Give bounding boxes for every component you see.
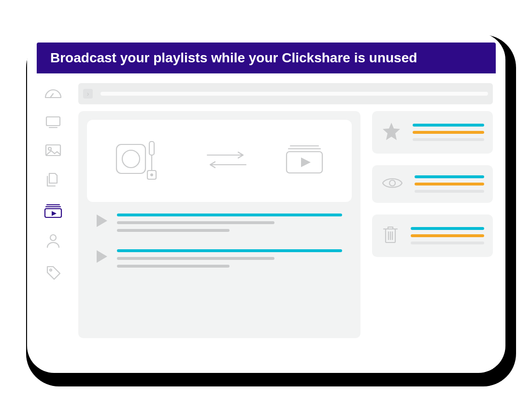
breadcrumb-bar[interactable]: › [78, 83, 493, 104]
line-placeholder [415, 175, 484, 178]
main-area: › [78, 83, 493, 351]
star-icon [381, 121, 402, 144]
line-placeholder [413, 138, 484, 141]
card-meta [413, 124, 484, 141]
sidebar-item-users[interactable] [45, 233, 61, 249]
user-icon [45, 233, 61, 249]
gauge-icon [43, 87, 63, 100]
line-placeholder [117, 257, 274, 260]
card-meta [415, 175, 484, 193]
line-placeholder [117, 221, 274, 224]
playlist-meta [117, 249, 342, 268]
line-placeholder [411, 234, 484, 237]
monitor-icon [43, 115, 63, 128]
sidebar [40, 83, 67, 351]
svg-rect-11 [149, 142, 154, 155]
trash-icon [381, 224, 400, 247]
svg-point-7 [50, 235, 56, 241]
line-placeholder [415, 183, 484, 185]
play-icon [97, 250, 107, 263]
line-placeholder [117, 229, 230, 232]
playlist-row[interactable] [97, 214, 342, 232]
address-placeholder [101, 92, 488, 96]
sidebar-item-files[interactable] [44, 172, 62, 188]
svg-rect-0 [46, 117, 60, 126]
line-placeholder [117, 214, 342, 216]
line-placeholder [411, 242, 484, 244]
views-card[interactable] [372, 165, 493, 203]
line-placeholder [117, 249, 342, 252]
sidebar-item-dashboard[interactable] [43, 87, 63, 100]
image-icon [43, 143, 63, 157]
trash-card[interactable] [372, 214, 493, 257]
app-body: › [27, 83, 505, 363]
playlist-panel [78, 111, 360, 338]
side-cards [372, 111, 493, 338]
svg-point-10 [122, 150, 140, 168]
sidebar-item-tags[interactable] [44, 264, 62, 280]
svg-rect-9 [116, 144, 145, 173]
svg-point-20 [389, 180, 395, 186]
line-placeholder [413, 131, 484, 134]
line-placeholder [413, 124, 484, 127]
page-title: Broadcast your playlists while your Clic… [37, 43, 496, 73]
sidebar-item-media[interactable] [43, 143, 63, 157]
svg-point-8 [50, 269, 52, 271]
files-icon [44, 172, 62, 188]
playlist-row[interactable] [97, 249, 342, 268]
line-placeholder [411, 227, 484, 230]
sidebar-item-playlists[interactable] [43, 203, 63, 218]
playlist-meta [117, 214, 342, 232]
card-meta [411, 227, 484, 244]
content-row [78, 111, 493, 338]
playlist-screen-icon [283, 143, 326, 179]
line-placeholder [415, 190, 484, 193]
tag-icon [44, 264, 62, 280]
playlist-list [87, 214, 352, 268]
clickshare-diagram [87, 120, 352, 202]
sidebar-item-screens[interactable] [43, 115, 63, 128]
svg-point-14 [150, 173, 153, 176]
sync-arrows-icon [202, 145, 251, 176]
chevron-right-icon: › [83, 89, 93, 99]
device-frame: Broadcast your playlists while your Clic… [27, 33, 505, 373]
eye-icon [381, 175, 404, 193]
play-icon [97, 214, 107, 227]
clickshare-device-icon [113, 136, 171, 186]
playlist-icon [43, 203, 63, 218]
favorites-card[interactable] [372, 111, 493, 154]
line-placeholder [117, 265, 230, 268]
svg-point-3 [48, 147, 51, 150]
